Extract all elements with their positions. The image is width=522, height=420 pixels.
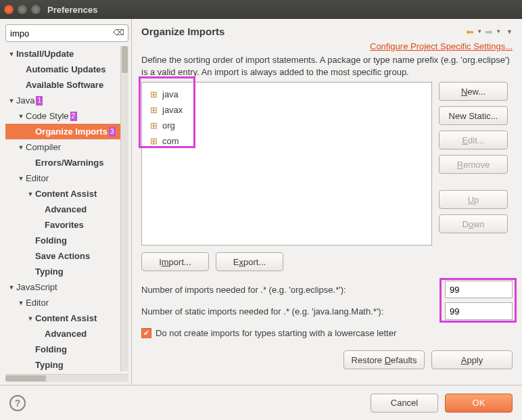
tree-item-typing[interactable]: Typing <box>5 264 128 279</box>
nav-view-menu-icon[interactable]: ▼ <box>506 28 513 35</box>
nav-forward-menu-icon[interactable]: ▼ <box>496 28 501 34</box>
import-group-label: javax <box>162 105 183 115</box>
tree-item-save-actions[interactable]: Save Actions <box>5 248 128 264</box>
tree-item-java-editor[interactable]: ▼Editor <box>5 170 128 186</box>
tree-h-scrollbar[interactable] <box>5 374 128 382</box>
tree-item-label: Java <box>15 95 34 106</box>
tree-item-label: Available Software <box>24 80 103 90</box>
export-button[interactable]: Export... <box>216 252 283 271</box>
expand-arrow-icon[interactable]: ▼ <box>18 113 24 120</box>
new-static-button[interactable]: New Static... <box>439 106 508 125</box>
tree-item-js-content-assist[interactable]: ▼Content Assist <box>5 310 128 326</box>
package-icon: ⊞ <box>149 106 158 115</box>
package-icon: ⊞ <box>149 121 158 131</box>
page-description: Define the sorting order of import state… <box>141 54 513 78</box>
expand-arrow-icon[interactable]: ▼ <box>18 144 24 151</box>
package-icon: ⊞ <box>149 90 158 99</box>
tree-item-label: Compiler <box>24 142 61 152</box>
tree-item-label: Organize Imports <box>34 126 108 137</box>
window-titlebar: Preferences <box>0 0 522 19</box>
nav-forward-icon[interactable]: ➡ <box>485 26 493 37</box>
dialog-button-bar: ? Cancel OK <box>0 385 522 420</box>
preferences-tree[interactable]: ▼Install/UpdateAutomatic UpdatesAvailabl… <box>5 46 128 371</box>
import-group-label: org <box>162 120 175 131</box>
tree-item-label: Typing <box>34 360 64 370</box>
tree-item-js-editor[interactable]: ▼Editor <box>5 295 128 310</box>
tree-item-compiler[interactable]: ▼Compiler <box>5 139 128 155</box>
import-order-list[interactable]: ⊞java⊞javax⊞org⊞com <box>141 82 432 246</box>
lowercase-types-label: Do not create imports for types starting… <box>156 328 396 338</box>
import-group-item[interactable]: ⊞javax <box>145 102 429 118</box>
nav-back-menu-icon[interactable]: ▼ <box>477 28 482 34</box>
import-group-label: com <box>162 136 179 146</box>
tree-item-organize-imports[interactable]: Organize Imports3 <box>5 124 128 139</box>
static-threshold-input[interactable] <box>445 302 513 320</box>
expand-arrow-icon[interactable]: ▼ <box>18 175 24 182</box>
import-group-item[interactable]: ⊞java <box>145 87 429 102</box>
tree-item-js-folding[interactable]: Folding <box>5 342 128 357</box>
imports-threshold-label: Number of imports needed for .* (e.g. 'o… <box>141 285 445 295</box>
tree-item-content-assist[interactable]: ▼Content Assist <box>5 186 128 202</box>
tree-item-label: Folding <box>34 235 67 246</box>
page-title: Organize Imports <box>141 26 224 37</box>
tree-item-js-advanced[interactable]: Advanced <box>5 326 128 342</box>
remove-button[interactable]: Remove <box>439 155 508 174</box>
apply-button[interactable]: Apply <box>431 350 513 369</box>
tree-item-label: Editor <box>24 298 49 308</box>
tree-item-advanced[interactable]: Advanced <box>5 202 128 217</box>
page-nav-toolbar: ⬅ ▼ ➡ ▼ ▼ <box>466 26 513 37</box>
filter-input[interactable] <box>5 24 128 42</box>
new-button[interactable]: New... <box>439 82 508 101</box>
import-group-item[interactable]: ⊞org <box>145 118 429 133</box>
expand-arrow-icon[interactable]: ▼ <box>8 284 15 291</box>
tree-item-errors-warnings[interactable]: Errors/Warnings <box>5 155 128 170</box>
window-title: Preferences <box>47 5 97 15</box>
tree-item-label: Content Assist <box>34 313 97 323</box>
tree-item-label: Folding <box>34 344 67 354</box>
down-button[interactable]: Down <box>439 214 508 233</box>
tree-item-js-typing[interactable]: Typing <box>5 357 128 371</box>
lowercase-types-checkbox[interactable]: ✔ <box>141 328 151 338</box>
tree-item-label: Favorites <box>43 220 84 230</box>
tree-item-javascript[interactable]: ▼JavaScript <box>5 279 128 295</box>
expand-arrow-icon[interactable]: ▼ <box>18 300 24 306</box>
import-group-label: java <box>162 89 179 99</box>
annotation-badge: 2 <box>70 112 77 121</box>
preferences-tree-panel: ⌫ ▼Install/UpdateAutomatic UpdatesAvaila… <box>0 19 132 385</box>
tree-item-java[interactable]: ▼Java1 <box>5 93 128 108</box>
import-button[interactable]: Import... <box>141 252 209 271</box>
tree-item-favorites[interactable]: Favorites <box>5 217 128 233</box>
tree-item-label: Advanced <box>43 204 87 214</box>
edit-button[interactable]: Edit... <box>439 131 508 149</box>
annotation-badge: 1 <box>36 96 43 106</box>
window-close-button[interactable] <box>4 5 14 14</box>
restore-defaults-button[interactable]: Restore Defaults <box>343 350 425 369</box>
package-icon: ⊞ <box>149 137 158 146</box>
import-group-item[interactable]: ⊞com <box>145 133 429 149</box>
configure-project-link[interactable]: Configure Project Specific Settings... <box>370 41 513 51</box>
tree-item-label: Automatic Updates <box>24 64 105 74</box>
clear-filter-icon[interactable]: ⌫ <box>113 28 124 37</box>
imports-threshold-input[interactable] <box>445 281 513 298</box>
expand-arrow-icon[interactable]: ▼ <box>27 315 34 322</box>
expand-arrow-icon[interactable]: ▼ <box>8 97 15 104</box>
cancel-button[interactable]: Cancel <box>371 394 438 413</box>
window-maximize-button[interactable] <box>31 5 41 14</box>
tree-item-code-style[interactable]: ▼Code Style2 <box>5 108 128 124</box>
tree-item-folding[interactable]: Folding <box>5 233 128 248</box>
tree-scrollbar[interactable] <box>120 46 128 371</box>
tree-item-automatic-updates[interactable]: Automatic Updates <box>5 62 128 77</box>
window-minimize-button[interactable] <box>18 5 27 14</box>
tree-item-label: Content Assist <box>34 189 97 199</box>
preferences-page: Organize Imports ⬅ ▼ ➡ ▼ ▼ Configure Pro… <box>132 19 522 385</box>
tree-item-install-update[interactable]: ▼Install/Update <box>5 46 128 62</box>
static-threshold-label: Number of static imports needed for .* (… <box>141 306 445 317</box>
expand-arrow-icon[interactable]: ▼ <box>8 51 15 57</box>
tree-item-label: Errors/Warnings <box>34 158 103 168</box>
expand-arrow-icon[interactable]: ▼ <box>27 191 34 197</box>
nav-back-icon[interactable]: ⬅ <box>466 26 474 37</box>
up-button[interactable]: Up <box>439 190 508 209</box>
tree-item-available-software[interactable]: Available Software <box>5 77 128 93</box>
ok-button[interactable]: OK <box>445 394 513 413</box>
help-icon[interactable]: ? <box>9 395 26 411</box>
